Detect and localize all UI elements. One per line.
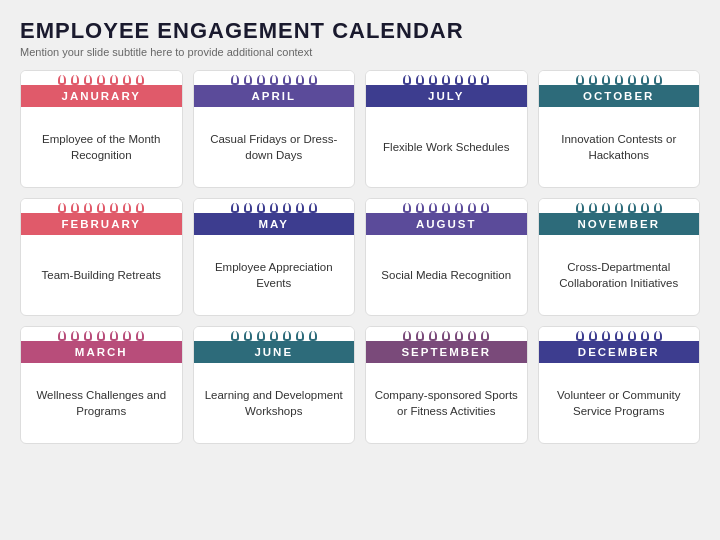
ring-decoration <box>628 75 636 85</box>
ring-decoration <box>110 75 118 85</box>
ring-decoration <box>110 203 118 213</box>
ring-decoration <box>576 75 584 85</box>
cal-header-june: JUNE <box>194 327 355 363</box>
cal-card-may: MAYEmployee Appreciation Events <box>193 198 356 316</box>
ring-decoration <box>136 203 144 213</box>
cal-event-june: Learning and Development Workshops <box>194 363 355 443</box>
cal-card-july: JULYFlexible Work Schedules <box>365 70 528 188</box>
ring-decoration <box>416 203 424 213</box>
ring-decoration <box>309 203 317 213</box>
page-title: EMPLOYEE ENGAGEMENT CALENDAR <box>20 18 700 44</box>
ring-decoration <box>416 331 424 341</box>
ring-decoration <box>455 75 463 85</box>
ring-decoration <box>589 203 597 213</box>
ring-decoration <box>416 75 424 85</box>
ring-decoration <box>84 331 92 341</box>
cal-event-november: Cross-Departmental Collaboration Initiat… <box>539 235 700 315</box>
ring-decoration <box>257 331 265 341</box>
cal-header-november: NOVEMBER <box>539 199 700 235</box>
ring-decoration <box>403 203 411 213</box>
cal-card-april: APRILCasual Fridays or Dress-down Days <box>193 70 356 188</box>
ring-decoration <box>84 203 92 213</box>
ring-decoration <box>84 75 92 85</box>
month-label-july: JULY <box>366 85 527 107</box>
ring-decoration <box>615 331 623 341</box>
ring-decoration <box>58 203 66 213</box>
cal-event-december: Volunteer or Community Service Programs <box>539 363 700 443</box>
ring-decoration <box>429 75 437 85</box>
ring-decoration <box>231 203 239 213</box>
ring-decoration <box>442 75 450 85</box>
cal-card-december: DECEMBERVolunteer or Community Service P… <box>538 326 701 444</box>
ring-decoration <box>481 203 489 213</box>
ring-decoration <box>71 203 79 213</box>
ring-decoration <box>654 75 662 85</box>
rings-september <box>366 327 527 341</box>
cal-event-august: Social Media Recognition <box>366 235 527 315</box>
cal-header-august: AUGUST <box>366 199 527 235</box>
ring-decoration <box>442 203 450 213</box>
rings-janurary <box>21 71 182 85</box>
ring-decoration <box>136 331 144 341</box>
month-label-march: MARCH <box>21 341 182 363</box>
rings-august <box>366 199 527 213</box>
ring-decoration <box>576 203 584 213</box>
ring-decoration <box>468 75 476 85</box>
ring-decoration <box>136 75 144 85</box>
rings-may <box>194 199 355 213</box>
ring-decoration <box>602 75 610 85</box>
month-label-november: NOVEMBER <box>539 213 700 235</box>
cal-event-september: Company-sponsored Sports or Fitness Acti… <box>366 363 527 443</box>
ring-decoration <box>110 331 118 341</box>
ring-decoration <box>296 331 304 341</box>
ring-decoration <box>123 331 131 341</box>
month-label-august: AUGUST <box>366 213 527 235</box>
ring-decoration <box>468 203 476 213</box>
ring-decoration <box>97 203 105 213</box>
cal-card-june: JUNELearning and Development Workshops <box>193 326 356 444</box>
cal-event-february: Team-Building Retreats <box>21 235 182 315</box>
ring-decoration <box>296 203 304 213</box>
ring-decoration <box>58 75 66 85</box>
cal-header-april: APRIL <box>194 71 355 107</box>
month-label-september: SEPTEMBER <box>366 341 527 363</box>
ring-decoration <box>628 331 636 341</box>
cal-event-october: Innovation Contests or Hackathons <box>539 107 700 187</box>
month-label-april: APRIL <box>194 85 355 107</box>
ring-decoration <box>654 331 662 341</box>
ring-decoration <box>429 203 437 213</box>
ring-decoration <box>283 75 291 85</box>
cal-card-november: NOVEMBERCross-Departmental Collaboration… <box>538 198 701 316</box>
ring-decoration <box>429 331 437 341</box>
month-label-janurary: JANURARY <box>21 85 182 107</box>
ring-decoration <box>257 75 265 85</box>
cal-event-may: Employee Appreciation Events <box>194 235 355 315</box>
ring-decoration <box>654 203 662 213</box>
cal-event-march: Wellness Challenges and Programs <box>21 363 182 443</box>
ring-decoration <box>283 331 291 341</box>
ring-decoration <box>641 331 649 341</box>
ring-decoration <box>455 203 463 213</box>
ring-decoration <box>296 75 304 85</box>
ring-decoration <box>589 75 597 85</box>
ring-decoration <box>442 331 450 341</box>
cal-card-october: OCTOBERInnovation Contests or Hackathons <box>538 70 701 188</box>
cal-card-march: MARCHWellness Challenges and Programs <box>20 326 183 444</box>
ring-decoration <box>615 203 623 213</box>
ring-decoration <box>270 331 278 341</box>
ring-decoration <box>270 203 278 213</box>
ring-decoration <box>71 331 79 341</box>
cal-header-october: OCTOBER <box>539 71 700 107</box>
cal-card-august: AUGUSTSocial Media Recognition <box>365 198 528 316</box>
month-label-february: FEBRUARY <box>21 213 182 235</box>
cal-header-february: FEBRUARY <box>21 199 182 235</box>
cal-event-janurary: Employee of the Month Recognition <box>21 107 182 187</box>
ring-decoration <box>257 203 265 213</box>
ring-decoration <box>481 331 489 341</box>
ring-decoration <box>231 331 239 341</box>
ring-decoration <box>576 331 584 341</box>
ring-decoration <box>641 75 649 85</box>
ring-decoration <box>309 331 317 341</box>
calendar-grid: JANURARYEmployee of the Month Recognitio… <box>20 70 700 444</box>
ring-decoration <box>628 203 636 213</box>
